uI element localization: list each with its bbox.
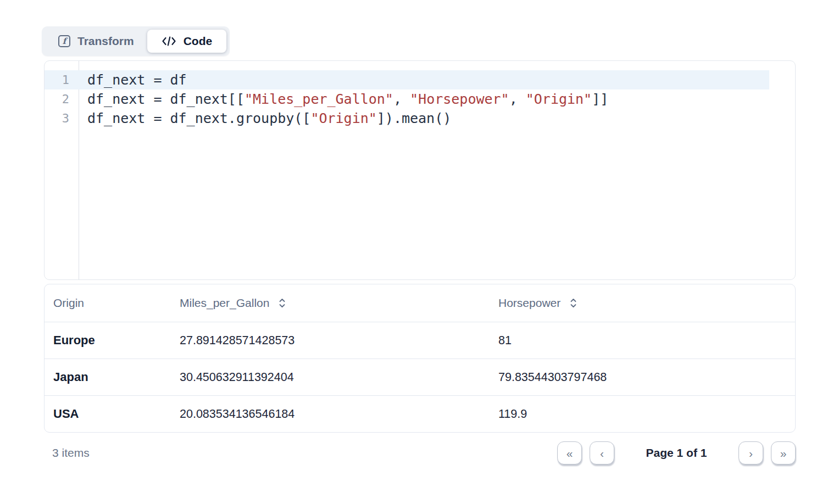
code-token: , xyxy=(393,91,410,107)
code-token: df_next = df xyxy=(87,72,187,88)
pagination: « ‹ Page 1 of 1 › » xyxy=(557,441,796,464)
miles-per-gallon-cell: 30.450632911392404 xyxy=(171,371,490,384)
string-token: "Miles_per_Gallon" xyxy=(245,91,393,107)
code-token: df_next = df_next.groupby([ xyxy=(87,110,310,126)
line-number: 1 xyxy=(45,70,79,89)
code-token: ]] xyxy=(592,91,608,107)
previous-page-button[interactable]: ‹ xyxy=(590,441,614,464)
tab-code-label: Code xyxy=(184,35,213,48)
table-row: Japan 30.450632911392404 79.835443037974… xyxy=(45,359,795,395)
line-number: 3 xyxy=(45,109,79,128)
column-header-origin: Origin xyxy=(45,296,171,310)
origin-cell: Japan xyxy=(45,370,171,384)
code-icon xyxy=(162,36,176,47)
sort-icon[interactable] xyxy=(569,296,577,310)
code-line-content: df_next = df_next.groupby(["Origin"]).me… xyxy=(79,109,451,128)
page-indicator: Page 1 of 1 xyxy=(646,446,707,460)
first-page-button[interactable]: « xyxy=(557,441,582,464)
code-line[interactable]: 3 df_next = df_next.groupby(["Origin"]).… xyxy=(45,109,795,128)
function-icon: f xyxy=(58,35,70,47)
miles-per-gallon-cell: 20.083534136546184 xyxy=(171,407,490,421)
tab-transform-label: Transform xyxy=(77,35,134,48)
origin-cell: USA xyxy=(45,407,171,421)
table-header-row: Origin Miles_per_Gallon Horsepower xyxy=(45,284,795,322)
code-token: ]).mean() xyxy=(377,110,451,126)
last-page-button[interactable]: » xyxy=(771,441,796,464)
horsepower-cell: 79.83544303797468 xyxy=(490,371,795,384)
code-editor[interactable]: 1 df_next = df 2 df_next = df_next[["Mil… xyxy=(44,60,796,280)
code-line[interactable]: 2 df_next = df_next[["Miles_per_Gallon",… xyxy=(45,89,795,109)
tab-code[interactable]: Code xyxy=(147,30,227,53)
double-chevron-right-icon: » xyxy=(780,447,787,459)
result-table: Origin Miles_per_Gallon Horsepower xyxy=(44,284,796,433)
origin-cell: Europe xyxy=(45,333,171,348)
view-toggle: f Transform Code xyxy=(42,26,230,56)
table-row: USA 20.083534136546184 119.9 xyxy=(45,395,795,432)
table-footer: 3 items « ‹ Page 1 of 1 › » xyxy=(44,441,796,464)
string-token: "Horsepower" xyxy=(410,91,509,107)
line-number: 2 xyxy=(45,89,79,109)
code-token: df_next = df_next[[ xyxy=(87,91,245,107)
code-lines: 1 df_next = df 2 df_next = df_next[["Mil… xyxy=(45,61,795,128)
sort-icon[interactable] xyxy=(278,296,286,310)
miles-per-gallon-cell: 27.891428571428573 xyxy=(171,334,490,348)
code-line-content: df_next = df_next[["Miles_per_Gallon", "… xyxy=(79,89,608,109)
double-chevron-left-icon: « xyxy=(567,447,573,459)
string-token: "Origin" xyxy=(526,91,592,107)
column-header-miles-per-gallon[interactable]: Miles_per_Gallon xyxy=(171,296,490,310)
code-line[interactable]: 1 df_next = df xyxy=(45,70,769,89)
items-count: 3 items xyxy=(44,446,90,460)
next-page-button[interactable]: › xyxy=(738,441,763,464)
column-header-horsepower[interactable]: Horsepower xyxy=(490,296,795,310)
code-token: , xyxy=(509,91,526,107)
chevron-left-icon: ‹ xyxy=(600,447,604,459)
horsepower-cell: 81 xyxy=(490,334,795,348)
main-panel: f Transform Code 1 df_next = df 2 xyxy=(0,0,833,464)
function-glyph: f xyxy=(63,37,66,46)
tab-transform[interactable]: f Transform xyxy=(45,30,147,53)
horsepower-cell: 119.9 xyxy=(490,407,795,421)
string-token: "Origin" xyxy=(310,110,376,126)
table-row: Europe 27.891428571428573 81 xyxy=(45,322,795,359)
chevron-right-icon: › xyxy=(749,447,753,459)
code-line-content: df_next = df xyxy=(79,70,187,89)
